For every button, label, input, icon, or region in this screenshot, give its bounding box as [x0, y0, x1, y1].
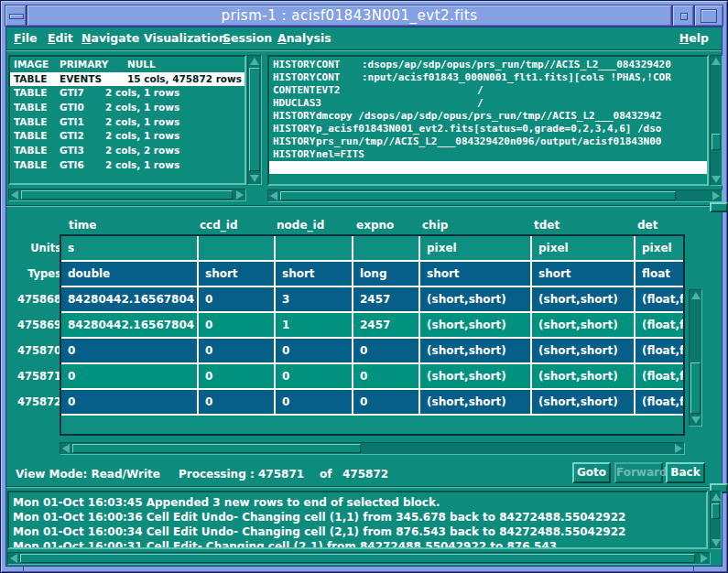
extension-vscrollbar[interactable] [247, 55, 262, 185]
keyword-row[interactable]: HISTORYdmcopy /dsops/ap/sdp/opus/prs_run… [269, 110, 707, 123]
scrollbar-thumb[interactable] [249, 68, 260, 171]
unit-cell[interactable] [199, 236, 274, 260]
menu-visualization[interactable]: Visualization [144, 31, 227, 45]
scroll-left-arrow[interactable] [8, 553, 19, 564]
column-header-det[interactable]: det [637, 219, 657, 232]
scroll-left-arrow[interactable] [9, 189, 20, 200]
scroll-down-arrow[interactable] [248, 173, 261, 184]
extension-hscrollbar[interactable] [8, 189, 246, 201]
scrollbar-thumb[interactable] [21, 190, 233, 200]
unit-cell[interactable] [353, 236, 418, 260]
keyword-row[interactable]: HISTORYnel=FITS [269, 148, 707, 161]
data-cell[interactable]: (short,short) [532, 287, 634, 311]
keyword-row-newkey-selected[interactable]: NEWKEYnewkeyword/ newkeyword [269, 161, 707, 174]
data-cell[interactable]: 0 [199, 287, 274, 311]
scroll-left-arrow[interactable] [60, 443, 71, 454]
data-cell[interactable]: 0 [276, 364, 352, 388]
data-cell[interactable]: 0 [276, 339, 352, 362]
window-menu-button[interactable] [5, 5, 27, 27]
minimize-button[interactable] [672, 5, 694, 27]
back-button[interactable]: Back [666, 462, 705, 483]
scrollbar-thumb[interactable] [72, 444, 361, 453]
keyword-row[interactable]: HISTORYCONT:dsops/ap/sdp/opus/prs_run/tm… [269, 59, 707, 71]
data-cell[interactable]: 0 [199, 390, 274, 414]
data-cell[interactable]: 0 [199, 339, 274, 362]
window-titlebar[interactable]: prism-1 : acisf01843N001_evt2.fits [27, 5, 672, 27]
scroll-right-arrow[interactable] [711, 190, 722, 201]
type-cell[interactable]: short [199, 262, 274, 286]
menu-session[interactable]: Session [223, 31, 272, 45]
data-cell[interactable]: (short,short) [420, 364, 530, 388]
extension-row-gti6[interactable]: TABLEGTI62 cols, 1 rows [10, 158, 244, 173]
data-cell[interactable]: 0 [353, 364, 418, 388]
column-header-chip[interactable]: chip [422, 219, 448, 232]
data-cell[interactable]: 0 [353, 390, 418, 414]
menu-help[interactable]: Help [679, 31, 709, 45]
data-cell[interactable]: (short,short) [532, 313, 634, 337]
goto-button[interactable]: Goto [572, 462, 611, 483]
data-cell[interactable]: (float,float) [636, 287, 685, 311]
column-header-expno[interactable]: expno [356, 219, 394, 232]
log-hscrollbar[interactable] [7, 552, 711, 565]
sash-handle[interactable] [710, 202, 728, 212]
scroll-down-arrow[interactable] [711, 537, 721, 548]
column-header-time[interactable]: time [69, 219, 97, 232]
data-cell[interactable]: 3 [276, 287, 352, 311]
extension-row-events-selected[interactable]: TABLEEVENTS15 cols, 475872 rows [10, 72, 244, 87]
forward-button[interactable]: Forward [614, 462, 663, 483]
keyword-hscrollbar[interactable] [267, 189, 723, 202]
column-header-ccd-id[interactable]: ccd_id [200, 219, 238, 232]
data-cell[interactable]: 2457 [353, 287, 418, 311]
menu-edit[interactable]: Edit [48, 31, 73, 45]
scroll-left-arrow[interactable] [268, 190, 279, 201]
data-cell[interactable]: (short,short) [420, 339, 530, 362]
keyword-row[interactable]: HISTORYCONT:nput/acisf01843_000N001_flt1… [269, 71, 707, 84]
keyword-row[interactable]: HDUCLAS3/ [269, 97, 707, 110]
extension-row-gti0[interactable]: TABLEGTI02 cols, 1 rows [10, 101, 244, 115]
menu-navigate[interactable]: Navigate [81, 31, 139, 45]
type-cell[interactable]: double [61, 262, 197, 286]
data-cell[interactable]: 1 [276, 313, 352, 337]
keyword-vscrollbar[interactable] [710, 55, 723, 186]
data-cell[interactable]: (float,float) [636, 390, 685, 414]
scroll-right-arrow[interactable] [699, 553, 710, 564]
type-cell[interactable]: float [636, 262, 685, 286]
scrollbar-thumb[interactable] [20, 554, 695, 563]
scroll-down-arrow[interactable] [711, 174, 722, 185]
scroll-up-arrow[interactable] [711, 492, 721, 503]
scrollbar-thumb[interactable] [712, 134, 721, 150]
maximize-button[interactable] [694, 5, 723, 27]
unit-cell[interactable]: s [61, 236, 197, 260]
data-cell[interactable]: (float,float) [636, 313, 685, 337]
extension-row-gti1[interactable]: TABLEGTI12 cols, 1 rows [10, 115, 244, 130]
scroll-up-arrow[interactable] [690, 290, 701, 301]
scroll-down-arrow[interactable] [690, 415, 701, 426]
extension-row-gti3[interactable]: TABLEGTI32 cols, 2 rows [10, 144, 244, 158]
menu-file[interactable]: File [14, 31, 38, 45]
unit-cell[interactable] [276, 236, 352, 260]
data-cell[interactable]: (short,short) [420, 390, 530, 414]
data-cell[interactable]: (short,short) [532, 339, 634, 362]
extension-row-gti7[interactable]: TABLEGTI72 cols, 1 rows [10, 86, 244, 101]
data-cell[interactable]: 0 [199, 313, 274, 337]
data-cell[interactable]: (short,short) [532, 364, 634, 388]
data-cell[interactable]: 0 [353, 339, 418, 362]
scroll-right-arrow[interactable] [234, 189, 245, 200]
data-cell[interactable]: (short,short) [420, 287, 530, 311]
data-cell[interactable]: 0 [61, 390, 197, 414]
log-vscrollbar[interactable] [710, 491, 722, 549]
data-cell[interactable]: 0 [61, 364, 197, 388]
data-cell[interactable]: (float,float) [636, 339, 685, 362]
data-cell[interactable]: (float,float) [636, 364, 685, 388]
keyword-row[interactable]: CONTENTEVT2/ [269, 84, 707, 97]
scrollbar-thumb[interactable] [712, 503, 720, 519]
scroll-up-arrow[interactable] [711, 56, 722, 67]
column-header-tdet[interactable]: tdet [534, 219, 560, 232]
scroll-up-arrow[interactable] [248, 56, 261, 67]
data-cell[interactable]: 0 [199, 364, 274, 388]
data-cell[interactable]: (short,short) [532, 390, 634, 414]
unit-cell[interactable]: pixel [420, 236, 530, 260]
menu-analysis[interactable]: Analysis [277, 31, 331, 45]
keyword-row[interactable]: HISTORYprs_run/tmp//ACIS_L2___084329420n… [269, 135, 707, 148]
unit-cell[interactable]: pixel [636, 236, 685, 260]
